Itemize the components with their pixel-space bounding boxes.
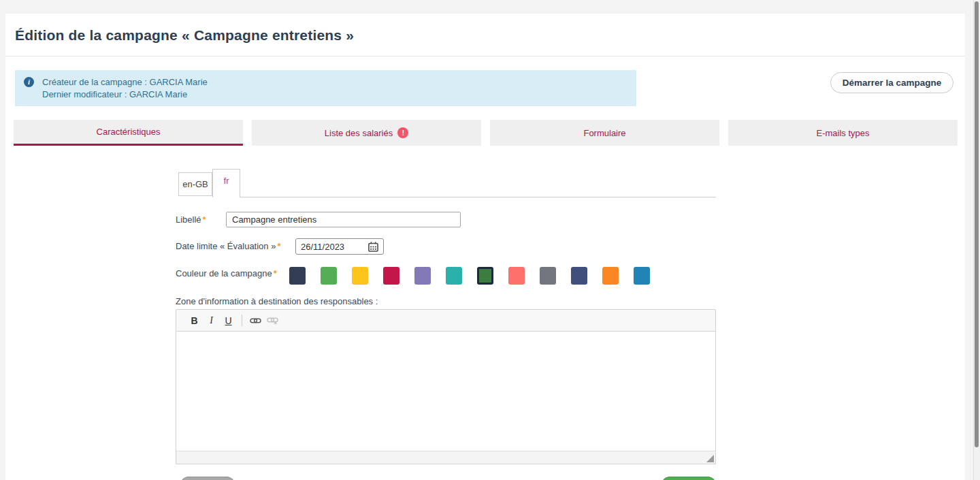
- tab-emails-types-label: E-mails types: [816, 128, 869, 138]
- color-swatch-yellow[interactable]: [352, 267, 368, 285]
- date-limite-value: 26/11/2023: [301, 242, 344, 252]
- info-icon: i: [24, 77, 34, 87]
- color-swatch-darkgreen-selected[interactable]: [477, 267, 493, 285]
- scrollbar-thumb[interactable]: [975, 1, 979, 447]
- scrollbar-track[interactable]: [973, 0, 980, 480]
- color-swatch-purple[interactable]: [414, 267, 431, 285]
- tab-caracteristiques[interactable]: Caractéristiques: [14, 120, 243, 146]
- unlink-icon: [264, 313, 281, 328]
- tab-caracteristiques-label: Caractéristiques: [97, 127, 161, 137]
- color-swatch-blue[interactable]: [634, 267, 650, 285]
- color-swatch-orange[interactable]: [602, 267, 619, 285]
- info-banner-text: Créateur de la campagne : GARCIA Marie D…: [42, 76, 208, 100]
- tab-liste-des-salaries-label: Liste des salariés: [325, 128, 393, 138]
- lang-tab-en-gb[interactable]: en-GB: [178, 172, 212, 196]
- campaign-creator-line: Créateur de la campagne : GARCIA Marie: [42, 76, 208, 89]
- editor-toolbar: B I U: [176, 309, 716, 332]
- editor-status-bar: [176, 451, 716, 464]
- editor-content-area[interactable]: [176, 332, 716, 451]
- required-marker: *: [274, 268, 277, 278]
- resize-handle[interactable]: [706, 455, 714, 462]
- libelle-label: Libellé*: [176, 214, 206, 225]
- warning-badge-icon: !: [397, 127, 408, 138]
- tab-formulaire[interactable]: Formulaire: [490, 120, 719, 146]
- bottom-right-button-partial[interactable]: [662, 477, 716, 480]
- info-banner: i Créateur de la campagne : GARCIA Marie…: [15, 70, 636, 106]
- date-limite-label: Date limite « Évaluation »*: [176, 241, 280, 251]
- color-swatch-crimson[interactable]: [383, 267, 399, 285]
- tab-formulaire-label: Formulaire: [583, 128, 625, 138]
- calendar-icon[interactable]: [368, 242, 378, 252]
- page-title: Édition de la campagne « Campagne entret…: [15, 27, 354, 44]
- color-swatch-teal[interactable]: [446, 267, 462, 285]
- color-swatch-row: [289, 267, 650, 285]
- rich-text-editor: B I U: [176, 309, 716, 464]
- title-divider: [5, 56, 965, 57]
- tab-liste-des-salaries[interactable]: Liste des salariés !: [252, 120, 481, 146]
- link-icon[interactable]: [247, 313, 264, 328]
- underline-button[interactable]: U: [220, 313, 237, 328]
- tab-emails-types[interactable]: E-mails types: [728, 120, 958, 146]
- last-modifier-line: Dernier modificateur : GARCIA Marie: [42, 89, 208, 101]
- couleur-label: Couleur de la campagne*: [176, 268, 277, 278]
- zone-information-label: Zone d'information à destination des res…: [176, 296, 378, 306]
- color-swatch-navy[interactable]: [289, 267, 306, 285]
- italic-button[interactable]: I: [203, 313, 220, 328]
- color-swatch-slate[interactable]: [571, 267, 587, 285]
- bold-button[interactable]: B: [186, 313, 203, 328]
- required-marker: *: [277, 241, 280, 251]
- required-marker: *: [203, 214, 206, 225]
- libelle-input[interactable]: [226, 212, 461, 227]
- toolbar-separator: [242, 315, 242, 326]
- lang-tab-fr[interactable]: fr: [212, 169, 240, 197]
- color-swatch-green[interactable]: [321, 267, 337, 285]
- date-limite-input[interactable]: 26/11/2023: [295, 238, 384, 255]
- color-swatch-gray[interactable]: [540, 267, 556, 285]
- color-swatch-salmon[interactable]: [508, 267, 525, 285]
- lang-tabs-rule: [240, 197, 716, 197]
- start-campaign-button[interactable]: Démarrer la campagne: [830, 72, 953, 93]
- bottom-left-button-partial[interactable]: [180, 477, 235, 480]
- campaign-edition-page: { "window": { "title": "Édition de la ca…: [0, 0, 980, 480]
